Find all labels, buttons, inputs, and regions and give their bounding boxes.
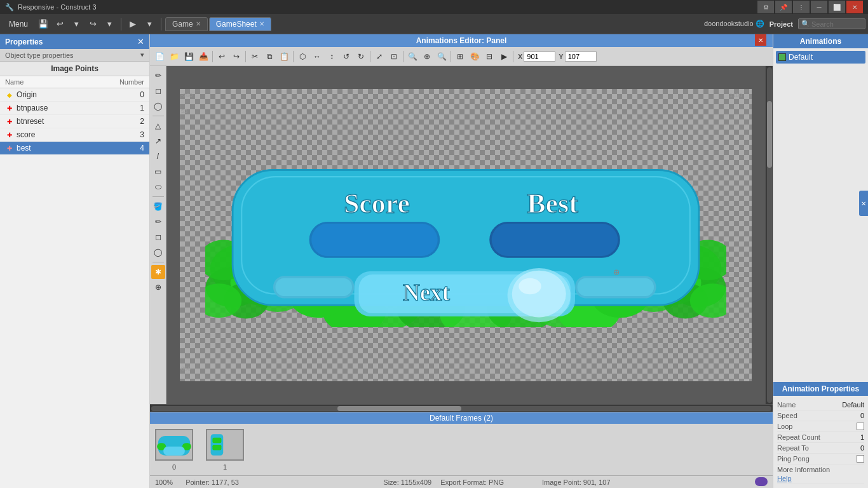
ip-row-btnpause[interactable]: ✚ btnpause 1 xyxy=(0,102,149,115)
frame-num-0: 0 xyxy=(172,463,176,471)
maximize-button[interactable]: ⬜ xyxy=(829,1,845,13)
x-input[interactable] xyxy=(524,51,555,62)
ip-row-origin[interactable]: ◆ Origin 0 xyxy=(0,88,149,102)
grid2-btn[interactable]: ⊟ xyxy=(482,50,496,64)
paint-tool[interactable]: ↗ xyxy=(151,134,165,148)
scrollbar-thumb-v[interactable] xyxy=(767,101,772,168)
tab-game[interactable]: Game ✕ xyxy=(165,17,208,31)
search-input[interactable] xyxy=(811,20,862,28)
editor-close-button[interactable]: ✕ xyxy=(755,34,766,46)
size-status: Size: 1155x409 Export Format: PNG xyxy=(383,478,504,486)
redo-dropdown[interactable]: ▾ xyxy=(102,17,117,32)
close-button[interactable]: ✕ xyxy=(846,1,863,13)
cut-btn[interactable]: ✂ xyxy=(248,50,262,64)
rotate-ccw-btn[interactable]: ↺ xyxy=(339,50,353,64)
help-link[interactable]: Help xyxy=(777,475,792,482)
ellipse-select-tool[interactable]: ◯ xyxy=(151,99,165,113)
paste-btn[interactable]: 📋 xyxy=(277,50,291,64)
zoom-in-btn[interactable]: 🔍 xyxy=(435,50,449,64)
center-area: Animations Editor: Panel ✕ 📄 📁 💾 📥 ↩ ↪ ✂… xyxy=(150,34,773,488)
undo-button[interactable]: ↩ xyxy=(52,17,67,32)
play-dropdown[interactable]: ▾ xyxy=(142,17,157,32)
fill-tool[interactable]: 🪣 xyxy=(151,200,165,214)
frame-thumb-0 xyxy=(155,429,193,461)
copy-btn[interactable]: ⧉ xyxy=(262,50,276,64)
flip-v-btn[interactable]: ↕ xyxy=(325,50,339,64)
eyedropper-tool[interactable]: ✏ xyxy=(151,215,165,229)
add-point-tool[interactable]: ⊕ xyxy=(151,280,165,294)
minimize-button[interactable]: ─ xyxy=(811,1,827,13)
flip-h-btn[interactable]: ↔ xyxy=(310,50,324,64)
image-points-columns: Name Number xyxy=(0,76,149,88)
svg-point-42 xyxy=(512,271,566,318)
more-icon[interactable]: ⋮ xyxy=(793,1,810,13)
redo-edit-btn[interactable]: ↪ xyxy=(229,50,243,64)
rect-shape-tool[interactable]: ▭ xyxy=(151,165,165,179)
frame-num-1: 1 xyxy=(223,463,227,471)
canvas-area[interactable]: Score Best xyxy=(166,66,773,404)
canvas-scrollbar-v[interactable] xyxy=(765,66,773,404)
save-file-btn[interactable]: 💾 xyxy=(182,50,196,64)
rect-select-tool[interactable]: ◻ xyxy=(151,84,165,98)
ip-icon-btnreset: ✚ xyxy=(5,117,14,126)
settings-icon[interactable]: ⚙ xyxy=(757,1,774,13)
ellipse-draw-tool[interactable]: ◯ xyxy=(151,245,165,259)
header-right: doondookstudio 🌐 Project 🔍 xyxy=(704,18,865,29)
grid-btn[interactable]: ⊞ xyxy=(453,50,467,64)
tab-gamesheet-close[interactable]: ✕ xyxy=(259,20,264,27)
sep6 xyxy=(451,51,451,62)
prop-name: Name Default xyxy=(777,400,864,410)
ellipse-shape-tool[interactable]: ⬭ xyxy=(151,180,165,194)
play-anim-btn[interactable]: ▶ xyxy=(497,50,511,64)
import-btn[interactable]: 📥 xyxy=(196,50,210,64)
frame-item-0[interactable]: 0 xyxy=(155,429,193,471)
rect-draw-tool[interactable]: ◻ xyxy=(151,230,165,244)
rotate-cw-btn[interactable]: ↻ xyxy=(354,50,368,64)
canvas-scrollbar-h[interactable] xyxy=(150,404,773,412)
new-file-btn[interactable]: 📄 xyxy=(153,50,166,64)
tab-game-close[interactable]: ✕ xyxy=(196,20,201,27)
menu-button[interactable]: Menu xyxy=(3,17,34,31)
ip-row-score[interactable]: ✚ score 3 xyxy=(0,128,149,142)
ip-name-score: score xyxy=(17,130,106,139)
properties-close[interactable]: ✕ xyxy=(137,37,144,46)
crop-btn[interactable]: ⊡ xyxy=(387,50,401,64)
collapse-btn[interactable]: ✕ xyxy=(859,191,868,216)
redo-button[interactable]: ↪ xyxy=(85,17,100,32)
animations-header: Animations xyxy=(773,34,868,48)
tab-gamesheet[interactable]: GameSheet ✕ xyxy=(209,17,271,31)
save-button[interactable]: 💾 xyxy=(36,17,51,32)
loop-checkbox[interactable] xyxy=(857,423,864,430)
lasso-tool[interactable]: △ xyxy=(151,119,165,133)
ip-row-btnreset[interactable]: ✚ btnreset 2 xyxy=(0,115,149,128)
sep2 xyxy=(245,51,246,62)
scrollbar-track-v xyxy=(767,67,772,403)
zoom-fit-btn[interactable]: ⊕ xyxy=(420,50,434,64)
play-button[interactable]: ▶ xyxy=(125,17,140,32)
origin-tool[interactable]: ✱ xyxy=(151,265,165,279)
frames-content: 0 1 xyxy=(150,424,773,473)
undo-dropdown[interactable]: ▾ xyxy=(69,17,84,32)
resize-btn[interactable]: ⤢ xyxy=(372,50,386,64)
transform-btn[interactable]: ⬡ xyxy=(295,50,309,64)
sep-1 xyxy=(121,18,121,30)
undo-edit-btn[interactable]: ↩ xyxy=(215,50,229,64)
ping-pong-checkbox[interactable] xyxy=(857,455,864,463)
y-input[interactable] xyxy=(565,51,597,62)
ip-row-best[interactable]: ✚ best 4 xyxy=(0,142,149,155)
pin-icon[interactable]: 📌 xyxy=(775,1,792,13)
main-layout: Properties ✕ Object type properties ▾ Im… xyxy=(0,34,868,488)
ruler-right: 1100 xyxy=(729,92,742,98)
color-btn[interactable]: 🎨 xyxy=(468,50,482,64)
app-icon: 🔧 xyxy=(5,3,14,11)
open-file-btn[interactable]: 📁 xyxy=(167,50,181,64)
svg-rect-34 xyxy=(492,224,618,256)
frame-item-1[interactable]: 1 xyxy=(206,429,244,471)
sep xyxy=(212,51,213,62)
anim-item-default[interactable]: Default xyxy=(776,51,865,64)
pencil-tool[interactable]: ✏ xyxy=(151,69,165,83)
pen-tool[interactable]: / xyxy=(151,149,165,163)
ip-num-btnpause: 1 xyxy=(106,104,144,112)
scrollbar-thumb-h[interactable] xyxy=(337,406,461,411)
zoom-out-btn[interactable]: 🔍 xyxy=(405,50,419,64)
